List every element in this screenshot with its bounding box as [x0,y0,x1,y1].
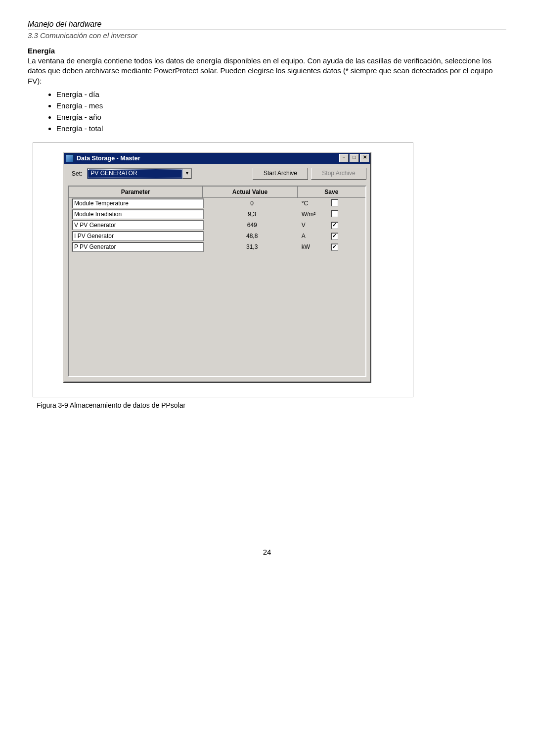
unit-label: A [298,233,331,239]
col-header-parameter: Parameter [69,187,203,197]
save-checkbox[interactable] [331,210,338,217]
col-header-save: Save [298,187,365,197]
chapter-title: Manejo del hardware [28,20,506,30]
unit-label: kW [298,243,331,250]
col-header-value: Actual Value [203,187,297,197]
param-input[interactable]: V PV Generator [72,220,204,230]
energy-bullet-list: Energía - día Energía - mes Energía - añ… [43,90,506,133]
actual-value: 48,8 [207,233,298,239]
param-input[interactable]: Module Temperature [72,198,204,208]
window-data-storage: Data Storage - Master Set: PV GENERATOR … [63,152,371,383]
actual-value: 31,3 [207,243,298,250]
set-dropdown[interactable]: PV GENERATOR [87,168,192,179]
parameter-grid: Parameter Actual Value Save Module Tempe… [68,186,366,377]
figure-frame: Data Storage - Master Set: PV GENERATOR … [33,142,413,397]
close-icon[interactable] [360,154,369,162]
param-input[interactable]: Module Irradiation [72,209,204,219]
grid-empty-area [69,252,365,376]
list-item: Energía - mes [56,101,506,110]
table-row: Module Irradiation 9,3 W/m² [69,209,365,220]
minimize-icon[interactable] [339,154,349,162]
start-archive-button[interactable]: Start Archive [253,168,308,180]
set-dropdown-value: PV GENERATOR [88,169,182,179]
param-input[interactable]: I PV Generator [72,231,204,241]
actual-value: 9,3 [207,211,298,218]
table-row: V PV Generator 649 V [69,220,365,231]
unit-label: °C [298,200,331,207]
list-item: Energía - total [56,124,506,133]
table-row: P PV Generator 31,3 kW [69,241,365,252]
titlebar[interactable]: Data Storage - Master [64,153,370,164]
set-label: Set: [68,170,84,177]
section-title: 3.3 Comunicación con el inversor [28,31,506,40]
save-checkbox[interactable] [331,222,338,229]
actual-value: 0 [207,200,298,207]
heading-energia: Energía [28,47,506,55]
param-input[interactable]: P PV Generator [72,242,204,252]
save-checkbox[interactable] [331,199,338,206]
chevron-down-icon[interactable] [182,169,191,179]
maximize-icon[interactable] [350,154,359,162]
actual-value: 649 [207,222,298,229]
list-item: Energía - año [56,113,506,121]
save-checkbox[interactable] [331,233,338,240]
window-title: Data Storage - Master [77,155,339,162]
stop-archive-button: Stop Archive [311,168,366,180]
figure-caption: Figura 3-9 Almacenamiento de datos de PP… [37,401,506,409]
save-checkbox[interactable] [331,243,338,251]
app-icon [66,154,74,162]
unit-label: V [298,222,331,229]
page-number: 24 [28,548,506,556]
table-row: I PV Generator 48,8 A [69,231,365,241]
unit-label: W/m² [298,211,331,218]
table-row: Module Temperature 0 °C [69,198,365,209]
list-item: Energía - día [56,90,506,98]
intro-paragraph: La ventana de energía contiene todos los… [28,56,506,86]
